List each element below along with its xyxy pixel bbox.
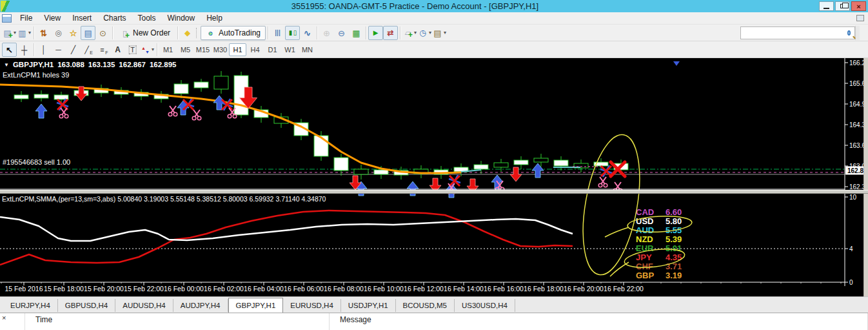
text-label-tool-button[interactable]: T — [125, 43, 140, 57]
time-tick-label: 16 Feb 20:00 — [564, 285, 604, 293]
chart-tab-eurjpy-h4[interactable]: EURJPY,H4 — [3, 299, 58, 312]
metaeditor-button[interactable]: ◆ — [180, 26, 195, 40]
menu-window[interactable]: Window — [162, 12, 201, 24]
new-chart-button[interactable]: ▤+▾ — [2, 26, 17, 40]
market-watch-button[interactable]: ⇅ — [36, 26, 51, 40]
chart-tab-gbpjpy-h1[interactable]: GBPJPY,H1 — [228, 298, 284, 313]
chart-canvas[interactable]: CAD6.60USD5.80AUD5.55NZD5.39EUR5.01JPY4.… — [0, 58, 868, 296]
terminal-close-button[interactable]: × — [2, 313, 6, 322]
open-order-label: #195546683 sell 1.00 — [3, 158, 70, 166]
zoom-in-button[interactable]: ⊕ — [319, 26, 334, 40]
pane-resize-handle[interactable] — [0, 190, 868, 194]
timeframe-m1-button[interactable]: M1 — [159, 43, 177, 56]
tester-icon: ⊙ — [98, 28, 108, 37]
time-axis[interactable]: 15 Feb 201615 Feb 18:0015 Feb 20:0015 Fe… — [1, 282, 841, 293]
menu-help[interactable]: Help — [201, 12, 228, 24]
currency-code-cad: CAD — [636, 207, 654, 217]
menu-file[interactable]: File — [14, 12, 38, 24]
autotrading-button[interactable]: ●▶AutoTrading — [201, 26, 266, 40]
trendline-tool-button[interactable]: ╱ — [66, 43, 81, 57]
periods-list-dropdown-icon[interactable]: ▾ — [429, 30, 431, 36]
equidistant-channel-tool-button[interactable]: ╱E — [81, 43, 95, 57]
vertical-line-tool-button[interactable]: │ — [36, 43, 51, 57]
chart-tab-usdjpy-h1[interactable]: USDJPY,H1 — [341, 299, 396, 312]
periods-list-button[interactable]: ◷▾ — [417, 26, 432, 40]
close-button[interactable]: × — [851, 1, 866, 11]
terminal-column-message[interactable]: Message — [330, 313, 868, 330]
chart-area[interactable]: CAD6.60USD5.80AUD5.55NZD5.39EUR5.01JPY4.… — [0, 58, 868, 296]
chart-window-icon[interactable] — [2, 14, 12, 23]
fibonacci-tool-button[interactable]: ≡F — [95, 43, 110, 57]
strategy-tester-button[interactable]: ⊙ — [95, 26, 110, 40]
currency-value-eur: 5.01 — [666, 243, 682, 253]
chart-tab-audusd-h4[interactable]: AUDUSD,H4 — [115, 299, 173, 312]
timeframe-h4-button[interactable]: H4 — [246, 43, 264, 56]
cursor-tool-button[interactable]: ↖ — [2, 43, 17, 57]
new-chart-dropdown-icon[interactable]: ▾ — [14, 30, 16, 36]
chart-candles-button[interactable]: ▮▯ — [285, 26, 300, 40]
timeframe-d1-button[interactable]: D1 — [264, 43, 281, 56]
close-icon: × — [856, 3, 860, 10]
symbol-label: GBPJPY,H1 — [13, 61, 54, 68]
toolbar-separator — [268, 26, 268, 39]
yellow-lasso-tail — [610, 262, 629, 276]
chart-tab-eurusd-h4[interactable]: EURUSD,H4 — [283, 299, 340, 312]
templates-button[interactable]: ▤▾ — [432, 26, 447, 40]
horizontal-line-tool-button[interactable]: ─ — [51, 43, 66, 57]
new-order-button[interactable]: ▯+New Order — [115, 26, 175, 40]
time-tick-label: 16 Feb 00:00 — [164, 285, 204, 293]
timeframe-m5-button[interactable]: M5 — [177, 43, 194, 56]
toolbar-drag-handle[interactable] — [196, 28, 198, 38]
arrow-objects-tool-dropdown-icon[interactable]: ▾ — [152, 46, 154, 52]
crosshair-tool-button[interactable]: ┼ — [17, 43, 32, 57]
templates-dropdown-icon[interactable]: ▾ — [444, 30, 446, 36]
buy-arrow-icon — [35, 104, 47, 118]
restore-button[interactable] — [835, 1, 850, 11]
chart-bars-button[interactable]: ||| — [270, 26, 285, 40]
child-window-controls-icon[interactable] — [856, 15, 864, 21]
currency-code-aud: AUD — [636, 225, 654, 235]
minimize-button[interactable] — [819, 1, 834, 11]
menu-view[interactable]: View — [38, 12, 66, 24]
chart-shift-button[interactable]: ⇄ — [383, 26, 398, 40]
mt4-window: 3551955: OANDA-GMT-5 Practice - Demo Acc… — [0, 0, 868, 330]
arrange-windows-button[interactable]: ▦ — [349, 26, 364, 40]
timeframe-m30-button[interactable]: M30 — [212, 43, 229, 56]
menu-charts[interactable]: Charts — [97, 12, 132, 24]
candle-body — [174, 84, 188, 94]
profiles-button[interactable]: ▥▾ — [17, 26, 32, 40]
search-input[interactable] — [741, 28, 847, 37]
chart-tab-bcousd-m5[interactable]: BCOUSD,M5 — [396, 299, 455, 312]
timeframe-w1-button[interactable]: W1 — [281, 43, 299, 56]
clock-icon: ◷ — [418, 28, 428, 37]
title-bar[interactable]: 3551955: OANDA-GMT-5 Practice - Demo Acc… — [0, 0, 868, 12]
profiles-dropdown-icon[interactable]: ▾ — [28, 30, 31, 36]
chart-line-button[interactable]: ∿ — [300, 26, 315, 40]
new-order-label: New Order — [133, 28, 170, 37]
timeframe-mn-button[interactable]: MN — [299, 43, 316, 56]
chart-tab-us30usd-h4[interactable]: US30USD,H4 — [455, 299, 515, 312]
candles-icon: ▮▯ — [288, 28, 297, 37]
indicators-list-button[interactable]: ▱+▾ — [402, 26, 417, 40]
zoom-out-button[interactable]: ⊖ — [334, 26, 349, 40]
indicators-list-dropdown-icon[interactable]: ▾ — [414, 30, 417, 36]
menu-tools[interactable]: Tools — [132, 12, 162, 24]
text-tool-button[interactable]: A — [110, 43, 125, 57]
candles — [14, 71, 628, 180]
navigator-button[interactable]: ☆ — [66, 26, 81, 40]
trend-icon: ╱ — [68, 45, 78, 54]
chart-tab-audjpy-h4[interactable]: AUDJPY,H4 — [173, 299, 228, 312]
chart-tab-gbpusd-h4[interactable]: GBPUSD,H4 — [58, 299, 115, 312]
arrow-objects-tool-button[interactable]: ▲▼▾ — [140, 43, 155, 57]
symbol-collapse-icon[interactable]: ▼ — [4, 62, 9, 68]
terminal-column-time[interactable]: Time — [25, 313, 330, 330]
fibo-icon: ≡F — [98, 45, 108, 54]
terminal-panel-button[interactable]: ▤ — [81, 26, 95, 40]
search-icon[interactable] — [847, 30, 851, 36]
auto-scroll-button[interactable]: ▶ — [368, 26, 383, 40]
data-window-button[interactable]: ◎ — [51, 26, 66, 40]
zoom-out-icon: ⊖ — [337, 28, 346, 37]
menu-insert[interactable]: Insert — [66, 12, 97, 24]
timeframe-m15-button[interactable]: M15 — [194, 43, 212, 56]
timeframe-h1-button[interactable]: H1 — [229, 43, 246, 56]
